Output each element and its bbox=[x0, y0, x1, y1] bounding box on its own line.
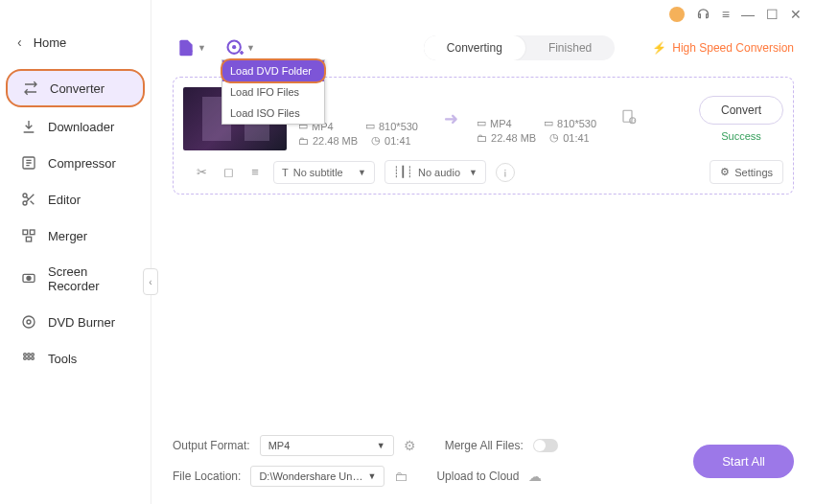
chevron-left-icon: ‹ bbox=[17, 34, 22, 50]
start-all-button[interactable]: Start All bbox=[693, 445, 794, 478]
home-link[interactable]: ‹ Home bbox=[0, 27, 151, 67]
audio-select[interactable]: ┊┃┊No audio ▼ bbox=[384, 160, 486, 184]
film-icon: ▭ bbox=[477, 117, 486, 129]
home-label: Home bbox=[34, 35, 67, 50]
nav-label: Converter bbox=[50, 81, 105, 96]
add-file-button[interactable]: ▼ bbox=[173, 33, 210, 63]
upload-cloud-label: Upload to Cloud bbox=[436, 470, 519, 483]
arrow-right-icon: ➜ bbox=[436, 108, 465, 129]
settings-label: Settings bbox=[734, 167, 773, 178]
file-location-value: D:\Wondershare UniConverter 1 bbox=[259, 470, 364, 482]
dropdown-load-dvd-folder[interactable]: Load DVD Folder bbox=[222, 60, 324, 81]
folder-open-icon[interactable]: 🗀 bbox=[394, 469, 408, 484]
file-plus-icon bbox=[176, 38, 196, 57]
output-format-select[interactable]: MP4 ▼ bbox=[260, 435, 394, 456]
info-button[interactable]: ¡ bbox=[496, 163, 515, 182]
tab-converting[interactable]: Converting bbox=[424, 35, 525, 60]
dst-resolution: 810*530 bbox=[557, 118, 596, 129]
nav-label: Compressor bbox=[48, 156, 116, 171]
nav-label: Editor bbox=[48, 193, 81, 207]
subtitle-select[interactable]: TNo subtitle ▼ bbox=[273, 161, 375, 184]
status-text: Success bbox=[721, 130, 761, 142]
chevron-down-icon: ▼ bbox=[198, 43, 206, 53]
sidebar-item-dvd-burner[interactable]: DVD Burner bbox=[6, 305, 145, 339]
output-format-value: MP4 bbox=[268, 440, 291, 451]
tab-finished[interactable]: Finished bbox=[525, 35, 615, 60]
svg-point-10 bbox=[24, 354, 27, 356]
nav-label: Tools bbox=[48, 352, 77, 366]
download-icon bbox=[21, 119, 36, 134]
minimize-button[interactable]: — bbox=[741, 7, 755, 22]
svg-point-13 bbox=[24, 357, 27, 360]
scissors-icon bbox=[21, 192, 36, 207]
clock-icon: ◷ bbox=[549, 131, 559, 144]
compress-icon bbox=[21, 155, 36, 171]
settings-button[interactable]: ⚙ Settings bbox=[710, 160, 783, 184]
sidebar-item-compressor[interactable]: Compressor bbox=[6, 146, 145, 180]
svg-point-17 bbox=[232, 45, 236, 49]
close-button[interactable]: ✕ bbox=[790, 7, 802, 22]
footer: Output Format: MP4 ▼ ⚙ Merge All Files: … bbox=[151, 424, 815, 504]
nav-label: Downloader bbox=[48, 120, 114, 134]
subtitle-icon: T bbox=[282, 167, 289, 178]
subtitle-value: No subtitle bbox=[293, 167, 343, 178]
sidebar-item-merger[interactable]: Merger bbox=[6, 218, 145, 253]
disc-icon bbox=[21, 314, 36, 330]
sidebar-item-tools[interactable]: Tools bbox=[6, 341, 145, 376]
dst-size: 22.48 MB bbox=[491, 132, 536, 144]
scissors-icon[interactable]: ✂ bbox=[193, 165, 210, 179]
chevron-down-icon: ▼ bbox=[358, 168, 366, 177]
maximize-button[interactable]: ☐ bbox=[766, 7, 779, 22]
dropdown-load-iso-files[interactable]: Load ISO Files bbox=[222, 103, 324, 124]
svg-point-11 bbox=[28, 354, 31, 356]
titlebar: ≡ — ☐ ✕ bbox=[151, 0, 815, 29]
sidebar-item-screen-recorder[interactable]: Screen Recorder bbox=[6, 255, 145, 303]
merge-label: Merge All Files: bbox=[445, 439, 524, 452]
avatar[interactable] bbox=[669, 7, 685, 22]
merge-toggle[interactable] bbox=[533, 439, 558, 452]
src-duration: 01:41 bbox=[384, 135, 411, 147]
folder-icon: 🗀 bbox=[298, 135, 309, 147]
svg-point-14 bbox=[28, 357, 31, 360]
src-resolution: 810*530 bbox=[379, 121, 418, 132]
clock-icon: ◷ bbox=[371, 134, 381, 147]
sidebar-item-converter[interactable]: Converter bbox=[6, 69, 145, 107]
cloud-icon[interactable]: ☁ bbox=[528, 469, 542, 484]
sidebar-item-downloader[interactable]: Downloader bbox=[6, 109, 145, 144]
disc-plus-icon bbox=[225, 38, 244, 57]
format-settings-icon[interactable]: ⚙ bbox=[404, 438, 416, 453]
list-icon[interactable]: ≡ bbox=[246, 165, 264, 179]
svg-point-1 bbox=[23, 194, 27, 197]
gear-icon: ⚙ bbox=[720, 166, 730, 178]
src-size: 22.48 MB bbox=[313, 135, 358, 147]
folder-icon: 🗀 bbox=[477, 132, 487, 144]
aspect-icon: ▭ bbox=[544, 117, 553, 129]
sidebar-item-editor[interactable]: Editor bbox=[6, 182, 145, 217]
chevron-down-icon: ▼ bbox=[246, 43, 255, 53]
collapse-sidebar-button[interactable]: ‹ bbox=[143, 268, 158, 295]
toolbar: ▼ ▼ Load DVD Folder Load IFO Files Load … bbox=[151, 29, 815, 67]
sidebar: ‹ Home Converter Downloader Compressor E… bbox=[0, 0, 151, 504]
nav-label: DVD Burner bbox=[48, 315, 115, 330]
disc-dropdown: Load DVD Folder Load IFO Files Load ISO … bbox=[221, 59, 325, 125]
menu-icon[interactable]: ≡ bbox=[722, 7, 730, 22]
svg-rect-3 bbox=[23, 230, 28, 235]
output-settings-icon[interactable] bbox=[620, 108, 638, 129]
convert-button[interactable]: Convert bbox=[699, 96, 783, 125]
support-icon[interactable] bbox=[696, 6, 710, 23]
dst-format: MP4 bbox=[490, 118, 512, 129]
converter-icon bbox=[23, 80, 38, 96]
svg-rect-4 bbox=[30, 230, 35, 235]
chevron-down-icon: ▼ bbox=[367, 471, 376, 481]
crop-icon[interactable]: ◻ bbox=[220, 165, 237, 179]
svg-point-15 bbox=[32, 357, 35, 360]
tab-switch: Converting Finished bbox=[424, 35, 615, 60]
high-speed-conversion-link[interactable]: ⚡ High Speed Conversion bbox=[652, 41, 794, 55]
dst-duration: 01:41 bbox=[563, 132, 590, 144]
svg-point-12 bbox=[32, 354, 35, 356]
file-location-label: File Location: bbox=[173, 470, 241, 483]
dropdown-load-ifo-files[interactable]: Load IFO Files bbox=[222, 81, 324, 103]
file-location-select[interactable]: D:\Wondershare UniConverter 1 ▼ bbox=[250, 466, 384, 487]
add-disc-button[interactable]: ▼ Load DVD Folder Load IFO Files Load IS… bbox=[221, 33, 259, 63]
waveform-icon: ┊┃┊ bbox=[393, 166, 413, 178]
